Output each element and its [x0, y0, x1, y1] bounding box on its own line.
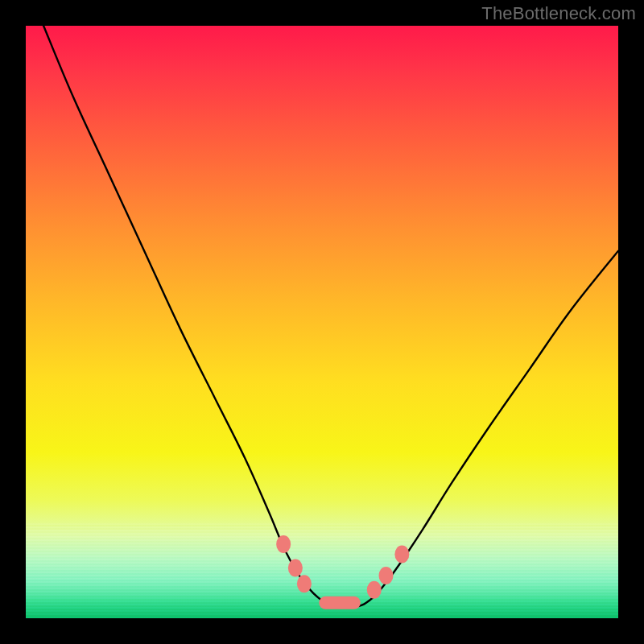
- left-dot-upper: [276, 535, 291, 553]
- curve-layer: [26, 26, 618, 618]
- left-dot-mid: [288, 559, 303, 576]
- bottleneck-curve: [43, 26, 618, 607]
- marker-group: [276, 535, 409, 609]
- right-dot-mid: [378, 567, 393, 584]
- chart-plot-area: [26, 26, 618, 618]
- watermark-text: TheBottleneck.com: [481, 3, 636, 24]
- chart-frame: TheBottleneck.com: [0, 0, 644, 644]
- left-dot-lower: [297, 575, 312, 592]
- right-dot-lower: [367, 581, 382, 599]
- trough-pill: [319, 597, 361, 609]
- right-dot-upper: [394, 546, 409, 564]
